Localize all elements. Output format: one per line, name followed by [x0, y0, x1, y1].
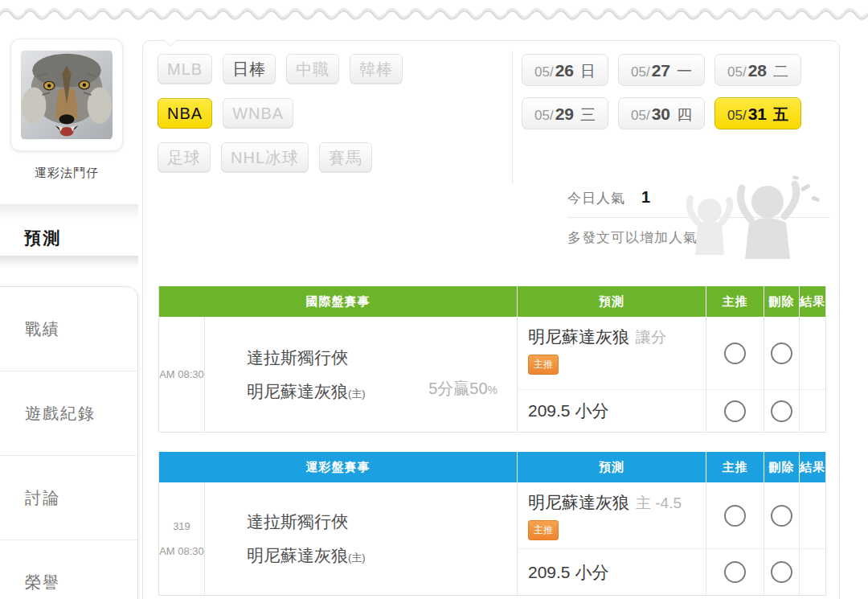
sidebar-item-discussion[interactable]: 討論	[0, 456, 137, 540]
sport-tab-kbo[interactable]: 韓棒	[350, 54, 403, 84]
main-push-radio[interactable]	[724, 505, 746, 527]
pick-detail: 讓分	[636, 329, 666, 346]
result-cell	[799, 548, 825, 595]
column-header-delete: 刪除	[764, 452, 799, 482]
main-push-badge: 主推	[528, 355, 559, 375]
sidebar-menu: 戰績 遊戲紀錄 討論 榮譽	[0, 286, 138, 599]
prediction-cell: 明尼蘇達灰狼讓分 主推	[517, 317, 706, 389]
pick-total: 209.5 小分	[528, 400, 608, 422]
game-teams: 達拉斯獨行俠 明尼蘇達灰狼(主) 5分贏50%	[204, 317, 517, 432]
popularity-block: 今日人氣 1 多發文可以增加人氣哦～	[567, 188, 830, 247]
away-team: 達拉斯獨行俠	[247, 347, 517, 369]
main-push-badge: 主推	[528, 520, 559, 540]
delete-radio[interactable]	[771, 561, 792, 583]
main-push-radio[interactable]	[724, 561, 746, 583]
prediction-cell: 209.5 小分	[517, 548, 706, 595]
game-number: 319	[173, 520, 190, 532]
date-tab-0529[interactable]: 05/29三	[522, 97, 608, 129]
delete-cell	[764, 389, 799, 432]
sport-tab-horse-racing[interactable]: 賽馬	[319, 142, 372, 173]
sidebar: 運彩法鬥仔 預測 戰績 遊戲紀錄 討論 榮譽	[0, 0, 138, 599]
home-team: 明尼蘇達灰狼(主)	[247, 544, 517, 567]
game-time: AM 08:30	[159, 317, 204, 432]
main-push-radio[interactable]	[724, 343, 746, 364]
sport-tab-soccer[interactable]: 足球	[158, 142, 211, 173]
result-cell	[799, 317, 825, 389]
column-header-result: 結果	[799, 286, 825, 317]
delete-cell	[764, 548, 799, 595]
sidebar-item-honors[interactable]: 榮譽	[0, 540, 137, 599]
column-header-result: 結果	[799, 452, 825, 482]
main-push-cell	[706, 389, 764, 432]
home-mark: (主)	[348, 388, 366, 400]
odds-note: 5分贏50%	[428, 378, 497, 400]
popularity-label: 今日人氣	[567, 189, 625, 207]
date-tab-0530[interactable]: 05/30四	[618, 97, 705, 129]
popularity-hint: 多發文可以增加人氣哦～	[567, 228, 830, 247]
pick-team: 明尼蘇達灰狼	[528, 327, 629, 346]
sport-tab-mlb[interactable]: MLB	[158, 54, 212, 84]
home-mark: (主)	[348, 552, 366, 564]
main-push-radio[interactable]	[724, 400, 746, 422]
away-team: 達拉斯獨行俠	[247, 511, 517, 533]
pick-total: 209.5 小分	[528, 561, 608, 584]
game-number-time: 319 AM 08:30	[159, 482, 204, 595]
game-teams: 達拉斯獨行俠 明尼蘇達灰狼(主)	[204, 482, 517, 595]
date-tab-0526[interactable]: 05/26日	[522, 54, 608, 86]
avatar-card	[10, 39, 123, 151]
date-tabs: 05/26日 05/27一 05/28二 05/29三 05/30四 05/31…	[522, 54, 801, 141]
sport-tab-wnba[interactable]: WNBA	[223, 98, 293, 129]
main-push-cell	[706, 482, 764, 548]
delete-radio[interactable]	[771, 505, 792, 527]
delete-cell	[764, 482, 799, 548]
pick-detail: 主 -4.5	[636, 494, 682, 511]
user-nickname: 運彩法鬥仔	[0, 166, 133, 181]
delete-radio[interactable]	[771, 343, 792, 364]
column-header-main-push: 主推	[706, 452, 764, 482]
sport-tab-nhl[interactable]: NHL冰球	[221, 142, 309, 173]
result-cell	[799, 389, 825, 432]
column-header-event: 運彩盤賽事	[159, 452, 517, 482]
popularity-divider	[567, 217, 830, 218]
main-push-cell	[706, 548, 764, 595]
delete-cell	[764, 317, 799, 389]
result-cell	[799, 482, 825, 548]
column-header-prediction: 預測	[517, 452, 706, 482]
column-header-prediction: 預測	[517, 286, 706, 317]
date-tab-0527[interactable]: 05/27一	[618, 54, 705, 86]
prediction-cell: 209.5 小分	[517, 389, 706, 432]
main-panel: MLB 日棒 中職 韓棒 NBA WNBA 足球 NHL冰球 賽馬 05/26日…	[142, 40, 840, 599]
table-international: 國際盤賽事 預測 主推 刪除 結果 AM 08:30 達拉斯獨行俠 明尼蘇達灰狼…	[158, 286, 826, 433]
date-tab-0531-selected[interactable]: 05/31五	[714, 97, 801, 129]
sidebar-item-record[interactable]: 戰績	[0, 287, 137, 371]
sidebar-shade	[0, 204, 138, 220]
sport-tabs: MLB 日棒 中職 韓棒 NBA WNBA 足球 NHL冰球 賽馬	[158, 54, 403, 187]
column-header-delete: 刪除	[764, 286, 799, 317]
table-sports-lottery: 運彩盤賽事 預測 主推 刪除 結果 319 AM 08:30 達拉斯獨行俠 明尼…	[158, 452, 826, 596]
delete-radio[interactable]	[771, 400, 792, 422]
sport-tab-cpbl[interactable]: 中職	[286, 54, 339, 84]
prediction-cell: 明尼蘇達灰狼主 -4.5 主推	[517, 482, 706, 548]
sidebar-item-game-history[interactable]: 遊戲紀錄	[0, 371, 137, 456]
date-tab-0528[interactable]: 05/28二	[714, 54, 801, 86]
wolf-avatar-image	[21, 50, 113, 140]
main-push-cell	[706, 317, 764, 389]
panel-top-notch	[164, 40, 177, 47]
vertical-divider	[512, 51, 513, 184]
pick-team: 明尼蘇達灰狼	[528, 493, 629, 511]
sidebar-item-predictions-active[interactable]: 預測	[0, 220, 138, 256]
sidebar-shadow	[0, 256, 138, 269]
popularity-value: 1	[641, 188, 650, 207]
sport-tab-npb[interactable]: 日棒	[223, 54, 276, 84]
game-time: AM 08:30	[159, 545, 204, 557]
column-header-event: 國際盤賽事	[159, 286, 517, 317]
column-header-main-push: 主推	[706, 286, 764, 317]
prediction-tables: 國際盤賽事 預測 主推 刪除 結果 AM 08:30 達拉斯獨行俠 明尼蘇達灰狼…	[158, 286, 825, 596]
sport-tab-nba-selected[interactable]: NBA	[158, 98, 212, 129]
